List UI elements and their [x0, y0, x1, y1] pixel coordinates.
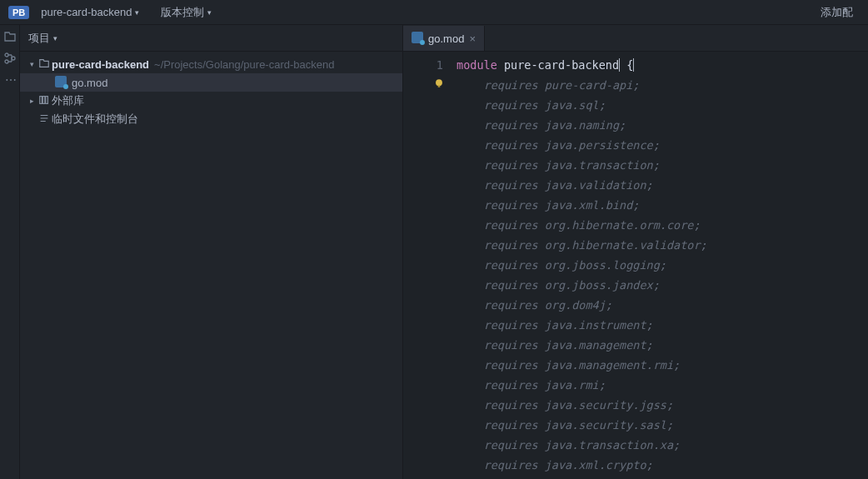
add-config-button[interactable]: 添加配	[814, 2, 860, 23]
tree-file-label: go.mod	[72, 77, 107, 89]
project-dropdown-label: pure-card-backend	[41, 6, 132, 18]
chevron-down-icon: ▾	[53, 34, 57, 42]
tree-scratches-label: 临时文件和控制台	[52, 112, 138, 127]
tree-root-path: ~/Projects/Golang/pure-card-backend	[154, 58, 334, 71]
folder-icon	[37, 57, 52, 72]
tree-file-gomod[interactable]: go.mod	[20, 73, 402, 92]
more-tools-icon[interactable]: ⋯	[3, 73, 17, 87]
svg-rect-4	[42, 96, 45, 103]
left-tool-strip: ⋯	[0, 25, 20, 479]
tree-external-lib-label: 外部库	[52, 93, 84, 108]
topbar: PB pure-card-backend ▾ 版本控制 ▾ 添加配	[0, 0, 868, 25]
tree-external-libraries[interactable]: ▸ 外部库	[20, 92, 402, 110]
svg-point-6	[436, 79, 442, 86]
editor-area: go.mod × 1 module pure-card-backend { re…	[403, 25, 868, 479]
project-tree: ▾ pure-card-backend ~/Projects/Golang/pu…	[20, 52, 402, 128]
project-sidebar: 项目 ▾ ▾ pure-card-backend ~/Projects/Gola…	[20, 25, 403, 479]
svg-point-1	[5, 60, 8, 63]
tab-label: go.mod	[428, 32, 464, 45]
project-badge: PB	[8, 6, 29, 19]
gomod-icon	[412, 32, 423, 46]
svg-point-0	[5, 53, 8, 57]
scratches-icon	[37, 112, 52, 127]
code-content[interactable]: module pure-card-backend { requires pure…	[450, 52, 868, 479]
expand-arrow-icon[interactable]: ▸	[27, 97, 37, 105]
chevron-down-icon: ▾	[135, 8, 139, 17]
gomod-icon	[53, 76, 68, 90]
svg-rect-3	[40, 96, 42, 103]
intention-bulb-icon[interactable]	[433, 75, 445, 87]
line-number: 1	[403, 55, 443, 75]
editor-tabs: go.mod ×	[403, 25, 868, 52]
sidebar-title-dropdown[interactable]: 项目 ▾	[28, 31, 57, 46]
tab-gomod[interactable]: go.mod ×	[403, 26, 485, 51]
tree-root-row[interactable]: ▾ pure-card-backend ~/Projects/Golang/pu…	[20, 55, 402, 73]
tree-scratches[interactable]: 临时文件和控制台	[20, 110, 402, 128]
chevron-down-icon: ▾	[207, 8, 212, 17]
sidebar-title-label: 项目	[28, 31, 50, 46]
vcs-dropdown[interactable]: 版本控制 ▾	[154, 2, 218, 23]
collapse-arrow-icon[interactable]: ▾	[27, 60, 37, 68]
project-tool-icon[interactable]	[3, 30, 17, 43]
svg-rect-7	[438, 86, 441, 87]
gutter: 1	[403, 52, 450, 479]
structure-tool-icon[interactable]	[3, 52, 17, 65]
add-config-label: 添加配	[821, 5, 853, 20]
project-dropdown[interactable]: pure-card-backend ▾	[34, 2, 146, 22]
svg-rect-5	[46, 96, 48, 103]
close-icon[interactable]: ×	[469, 32, 476, 45]
vcs-dropdown-label: 版本控制	[161, 5, 204, 20]
library-icon	[37, 94, 52, 108]
tree-root-label: pure-card-backend	[52, 58, 149, 71]
